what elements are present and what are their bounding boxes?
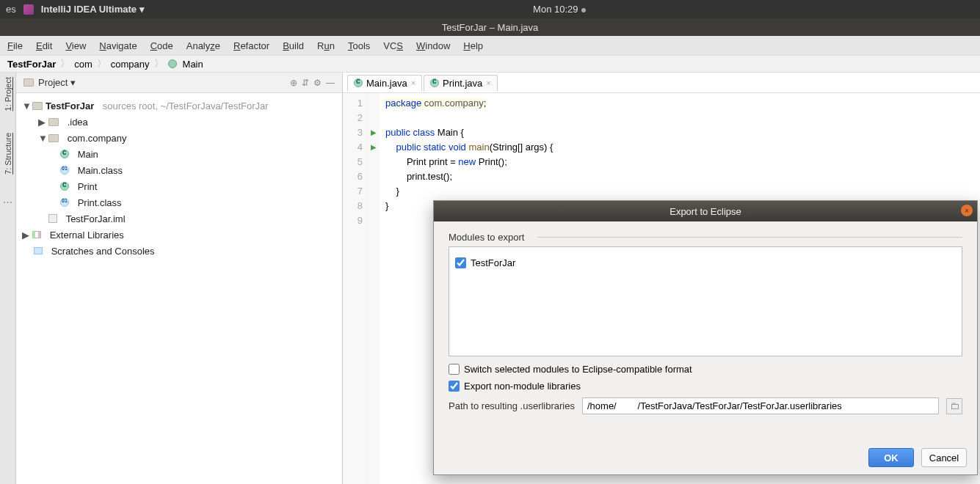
expand-icon[interactable]: ▼ (38, 133, 46, 144)
class-icon (354, 78, 363, 87)
project-panel-header: Project ▾ ⊕ ⇵ ⚙ — (16, 73, 342, 93)
tree-file-mainclass[interactable]: Main.class (22, 162, 336, 178)
tree-item-label: Main (78, 149, 98, 160)
path-input[interactable] (582, 397, 939, 414)
expand-icon[interactable]: ▶ (38, 117, 46, 128)
menu-analyze[interactable]: Analyze (186, 40, 220, 51)
breadcrumb-company[interactable]: company (111, 59, 150, 70)
breadcrumb-com[interactable]: com (74, 59, 92, 70)
tree-item-label: Main.class (78, 165, 123, 176)
modules-listbox[interactable]: TestForJar (449, 246, 962, 356)
ok-button[interactable]: OK (868, 448, 914, 467)
tree-file-print[interactable]: Print (22, 178, 336, 194)
close-icon[interactable]: × (411, 78, 415, 87)
tab-label: Print.java (443, 78, 482, 89)
menu-help[interactable]: Help (463, 40, 483, 51)
breadcrumb-main[interactable]: Main (183, 59, 203, 70)
window-title: TestForJar – Main.java (442, 22, 539, 33)
project-view-selector[interactable]: Project ▾ (38, 77, 76, 88)
modules-fieldset: Modules to export TestForJar (449, 232, 962, 356)
browse-button[interactable]: 🗀 (946, 398, 962, 414)
menu-build[interactable]: Build (283, 40, 304, 51)
tab-label: Main.java (366, 78, 407, 89)
locate-icon[interactable]: ⊕ (290, 78, 297, 88)
checkbox[interactable] (449, 364, 460, 375)
module-item[interactable]: TestForJar (455, 257, 956, 268)
menu-navigate[interactable]: Navigate (99, 40, 137, 51)
rail-structure[interactable]: 7: Structure (4, 133, 12, 175)
tree-file-main[interactable]: Main (22, 146, 336, 162)
run-gutter[interactable]: ▶▶ (368, 93, 380, 484)
menu-vcs[interactable]: VCS (383, 40, 403, 51)
dialog-title-bar[interactable]: Export to Eclipse × (434, 201, 977, 221)
class-icon (60, 150, 69, 158)
tree-item-label: com.company (68, 133, 127, 144)
module-checkbox[interactable] (455, 257, 466, 268)
collapse-icon[interactable]: ⇵ (302, 78, 309, 88)
gear-icon[interactable]: ⚙ (313, 78, 322, 88)
menu-file[interactable]: File (7, 40, 23, 51)
tree-item-label: TestForJar.iml (66, 213, 126, 224)
close-icon[interactable]: × (486, 78, 490, 87)
chevron-icon: 〉 (60, 57, 70, 70)
class-icon (430, 78, 439, 87)
menu-view[interactable]: View (65, 40, 86, 51)
menu-refactor[interactable]: Refactor (233, 40, 269, 51)
tree-root-label: TestForJar (46, 100, 94, 111)
module-icon (32, 102, 43, 110)
tab-main[interactable]: Main.java× (347, 75, 422, 91)
iml-icon (48, 214, 57, 223)
tree-item-label: External Libraries (50, 230, 124, 241)
button-label: Cancel (929, 452, 959, 463)
tree-root-note: sources root, ~/TestForJava/TestForJar (103, 100, 269, 111)
window-title-bar: TestForJar – Main.java (0, 18, 980, 36)
dialog-body: Modules to export TestForJar Switch sele… (434, 221, 977, 422)
editor-tabs: Main.java× Print.java× (343, 73, 980, 93)
breadcrumb-project[interactable]: TestForJar (7, 59, 56, 70)
close-icon[interactable]: × (961, 205, 973, 216)
tree-package[interactable]: ▼ com.company (22, 130, 336, 146)
tree-external-libs[interactable]: ▶ External Libraries (22, 227, 336, 243)
folder-icon (23, 78, 34, 87)
expand-icon[interactable]: ▶ (22, 230, 29, 241)
tree-item-label: .idea (68, 117, 88, 128)
menu-code[interactable]: Code (150, 40, 173, 51)
tree-scratches[interactable]: Scratches and Consoles (22, 243, 336, 259)
tree-file-iml[interactable]: TestForJar.iml (22, 210, 336, 227)
dialog-buttons: OK Cancel (868, 448, 967, 467)
tool-window-rail: 1: Project 7: Structure ⋯ (0, 73, 16, 484)
path-label: Path to resulting .userlibraries (449, 400, 575, 411)
cancel-button[interactable]: Cancel (921, 448, 967, 467)
scratch-icon (34, 247, 43, 254)
export-libs-checkbox[interactable]: Export non-module libraries (449, 381, 962, 392)
menu-edit[interactable]: Edit (36, 40, 52, 51)
library-icon (32, 231, 41, 238)
status-dot-icon (581, 8, 586, 12)
path-row: Path to resulting .userlibraries 🗀 (449, 397, 962, 414)
line-gutter: 123456789 (343, 93, 368, 484)
menu-tools[interactable]: Tools (348, 40, 370, 51)
os-ws-label: es (6, 4, 16, 15)
main-menu-bar: File Edit View Navigate Code Analyze Ref… (0, 36, 980, 55)
modules-label: Modules to export (449, 232, 530, 243)
checkbox[interactable] (449, 381, 460, 392)
switch-format-checkbox[interactable]: Switch selected modules to Eclipse-compa… (449, 364, 962, 375)
os-app-name[interactable]: IntelliJ IDEA Ultimate ▾ (41, 4, 145, 15)
rail-more-icon[interactable]: ⋯ (3, 197, 12, 208)
menu-window[interactable]: Window (416, 40, 450, 51)
tree-root[interactable]: ▼ TestForJar sources root, ~/TestForJava… (22, 98, 336, 114)
tree-item-label: Print.class (78, 197, 122, 208)
rail-project[interactable]: 1: Project (4, 77, 12, 111)
button-label: OK (884, 452, 899, 463)
menu-run[interactable]: Run (317, 40, 335, 51)
tab-print[interactable]: Print.java× (424, 75, 498, 91)
expand-icon[interactable]: ▼ (22, 100, 29, 111)
export-eclipse-dialog: Export to Eclipse × Modules to export Te… (433, 200, 978, 475)
project-tree[interactable]: ▼ TestForJar sources root, ~/TestForJava… (16, 93, 342, 263)
class-icon (60, 182, 69, 191)
hide-icon[interactable]: — (326, 78, 335, 88)
tree-file-printclass[interactable]: Print.class (22, 194, 336, 210)
tree-idea[interactable]: ▶ .idea (22, 114, 336, 130)
checkbox-label: Switch selected modules to Eclipse-compa… (464, 364, 692, 375)
os-clock: Mon 10:29 (533, 4, 578, 15)
